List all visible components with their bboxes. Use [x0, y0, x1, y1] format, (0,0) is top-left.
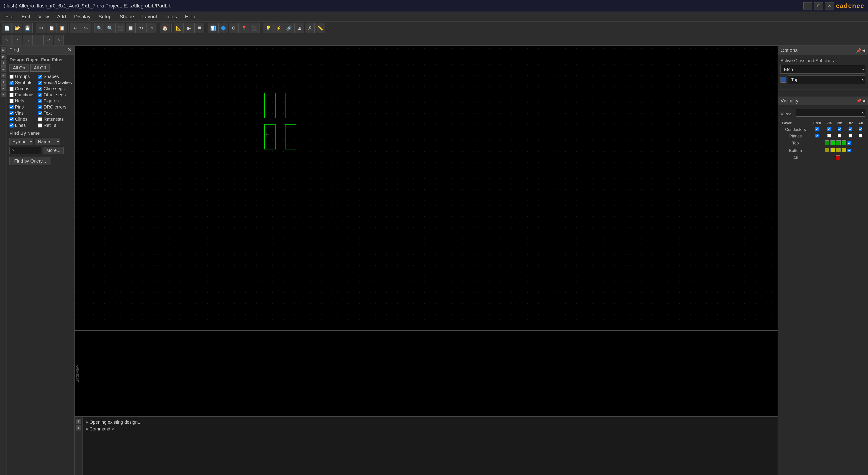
tb-home[interactable]: 🏠: [160, 23, 170, 33]
othersegs-checkbox-label[interactable]: Other segs: [38, 92, 72, 97]
tb-power[interactable]: ⚡: [274, 23, 283, 33]
class-select[interactable]: Etch Board Geometry Package Geometry: [780, 65, 865, 74]
menu-display[interactable]: Display: [70, 12, 94, 21]
left-icon-5[interactable]: ◀: [1, 73, 6, 78]
vias-checkbox-label[interactable]: Vias: [9, 111, 35, 116]
clines-checkbox-label[interactable]: Clines: [9, 117, 35, 122]
tb-zoom-next[interactable]: ⟳: [147, 23, 156, 33]
othersegs-checkbox[interactable]: [38, 93, 42, 97]
tb-undo[interactable]: ↩: [70, 23, 81, 33]
tb-zoom-fit[interactable]: ⬛: [115, 23, 125, 33]
drcerrors-checkbox[interactable]: [38, 105, 42, 109]
tb2-move-d[interactable]: ↓: [33, 35, 43, 45]
shapes-checkbox-label[interactable]: Shapes: [38, 74, 72, 79]
tb-redo[interactable]: ↪: [81, 23, 91, 33]
subclass-select[interactable]: Top Bottom Inner1: [788, 76, 865, 84]
maximize-button[interactable]: □: [814, 2, 823, 9]
all-on-button[interactable]: All On: [9, 64, 29, 72]
tb-grid[interactable]: ⊞: [294, 23, 304, 33]
log-icon-2[interactable]: ▲: [76, 425, 81, 431]
tb-open[interactable]: 📂: [12, 23, 22, 33]
nets-checkbox-label[interactable]: Nets: [9, 98, 35, 103]
tb-save[interactable]: 💾: [23, 23, 33, 33]
shapes-checkbox[interactable]: [38, 75, 42, 79]
tb-zoom-prev[interactable]: ⟲: [136, 23, 146, 33]
symbols-checkbox[interactable]: [9, 81, 13, 85]
close-button[interactable]: ✕: [825, 2, 834, 9]
clinesegs-checkbox-label[interactable]: Cline segs: [38, 86, 72, 91]
tb-chart[interactable]: 📊: [208, 23, 218, 33]
drcerrors-checkbox-label[interactable]: DRC errors: [38, 105, 72, 110]
all-color1[interactable]: [836, 155, 840, 160]
tb-stop[interactable]: ⏹: [194, 23, 204, 33]
tb-pin[interactable]: 📍: [239, 23, 249, 33]
tb2-move-r[interactable]: →: [23, 35, 33, 45]
menu-shape[interactable]: Shape: [116, 12, 138, 21]
main-canvas[interactable]: [74, 46, 778, 330]
left-icon-3[interactable]: ◀: [1, 60, 6, 65]
tb-link[interactable]: 🔗: [284, 23, 294, 33]
tb-new[interactable]: 📄: [2, 23, 12, 33]
comps-checkbox-label[interactable]: Comps: [9, 86, 35, 91]
bottom-color2[interactable]: [831, 148, 835, 152]
comps-checkbox[interactable]: [9, 87, 13, 91]
menu-view[interactable]: View: [35, 12, 53, 21]
find-by-query-button[interactable]: Find by Query...: [9, 157, 51, 165]
find-close-icon[interactable]: ✕: [68, 47, 72, 53]
tb-run[interactable]: ▶: [184, 23, 194, 33]
left-icon-6[interactable]: ◀: [1, 79, 6, 85]
tb-zoom-out[interactable]: 🔍: [105, 23, 115, 33]
menu-help[interactable]: Help: [182, 12, 199, 21]
tb-zoom-in[interactable]: 🔍: [94, 23, 104, 33]
tb2-move-v[interactable]: ↕: [12, 35, 22, 45]
find-name-select[interactable]: Name Ref Des: [35, 138, 60, 145]
conductors-all[interactable]: [856, 126, 865, 133]
functions-checkbox-label[interactable]: Functions: [9, 92, 35, 97]
groups-checkbox[interactable]: [9, 75, 13, 79]
voids-checkbox[interactable]: [38, 81, 42, 85]
top-color3[interactable]: [836, 140, 841, 145]
left-icon-4[interactable]: ◀: [1, 66, 6, 72]
planes-drc[interactable]: [845, 133, 856, 140]
views-select[interactable]: [796, 109, 865, 117]
tb2-expand[interactable]: ⤢: [43, 35, 53, 45]
tb2-contract[interactable]: ⤡: [54, 35, 64, 45]
conductors-pin[interactable]: [834, 126, 845, 133]
planes-etch[interactable]: [811, 133, 824, 140]
menu-setup[interactable]: Setup: [95, 12, 115, 21]
left-icon-8[interactable]: ◀: [1, 92, 6, 97]
groups-checkbox-label[interactable]: Groups: [9, 74, 35, 79]
bottom-color4[interactable]: [842, 148, 846, 152]
text-checkbox[interactable]: [38, 111, 42, 115]
tb-zoom-sel[interactable]: 🔲: [126, 23, 135, 33]
bottom-visible[interactable]: [847, 149, 851, 152]
menu-edit[interactable]: Edit: [18, 12, 34, 21]
menu-tools[interactable]: Tools: [162, 12, 180, 21]
tb-settings[interactable]: ⚙: [229, 23, 239, 33]
left-icon-1[interactable]: ▶: [1, 48, 6, 53]
menu-file[interactable]: File: [2, 12, 17, 21]
conductors-drc[interactable]: [845, 126, 856, 133]
conductors-via[interactable]: [824, 126, 834, 133]
left-icon-2[interactable]: ▶: [1, 54, 6, 59]
menu-layout[interactable]: Layout: [138, 12, 161, 21]
minimize-button[interactable]: –: [803, 2, 812, 9]
tb-block[interactable]: ⬛: [250, 23, 259, 33]
functions-checkbox[interactable]: [9, 93, 13, 97]
nets-checkbox[interactable]: [9, 99, 13, 103]
tb-copy[interactable]: 📋: [46, 23, 57, 33]
pins-checkbox[interactable]: [9, 105, 13, 109]
tb-clear[interactable]: ✗: [305, 23, 315, 33]
top-color1[interactable]: [825, 140, 829, 145]
find-search-input[interactable]: [9, 147, 41, 154]
tb-shape[interactable]: 🔷: [218, 23, 228, 33]
menu-add[interactable]: Add: [54, 12, 70, 21]
pins-checkbox-label[interactable]: Pins: [9, 105, 35, 110]
ratts-checkbox[interactable]: [38, 123, 42, 127]
conductors-etch[interactable]: [811, 126, 824, 133]
figures-checkbox[interactable]: [38, 99, 42, 103]
top-color2[interactable]: [831, 140, 835, 145]
ratts-checkbox-label[interactable]: Rat Ts: [38, 123, 72, 128]
lines-checkbox-label[interactable]: Lines: [9, 123, 35, 128]
tb-ruler[interactable]: 📏: [315, 23, 325, 33]
